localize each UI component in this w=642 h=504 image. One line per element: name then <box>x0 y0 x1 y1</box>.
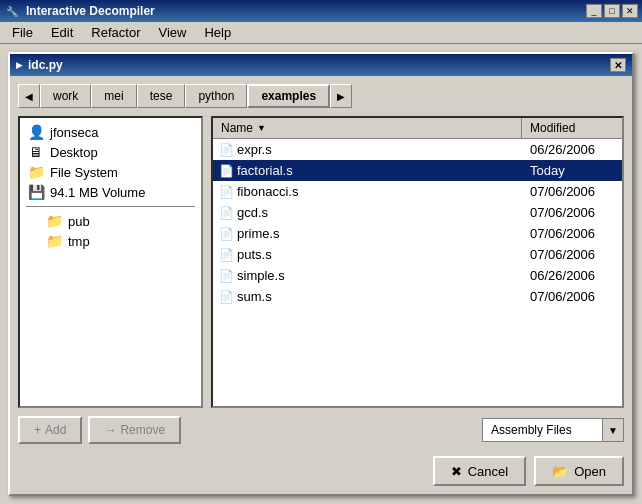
nav-tabs-area: ◀ work mei tese python examples ▶ <box>18 84 624 108</box>
cancel-button[interactable]: ✖ Cancel <box>433 456 526 486</box>
dialog-title-bar: ▸ idc.py ✕ <box>10 54 632 76</box>
window-title: Interactive Decompiler <box>26 4 155 18</box>
file-row[interactable]: 📄puts.s07/06/2006 <box>213 244 622 265</box>
file-row[interactable]: 📄factorial.sToday <box>213 160 622 181</box>
file-modified-cell: 07/06/2006 <box>522 288 622 305</box>
left-item-label: File System <box>50 165 118 180</box>
left-item-tmp[interactable]: 📁 tmp <box>22 231 199 251</box>
file-name-cell: 📄sum.s <box>213 288 522 305</box>
menu-refactor[interactable]: Refactor <box>83 23 148 42</box>
menu-edit[interactable]: Edit <box>43 23 81 42</box>
file-row[interactable]: 📄sum.s07/06/2006 <box>213 286 622 307</box>
left-item-label: Desktop <box>50 145 98 160</box>
left-item-volume[interactable]: 💾 94.1 MB Volume <box>22 182 199 202</box>
user-icon: 👤 <box>28 124 44 140</box>
nav-tab-tese[interactable]: tese <box>137 84 186 108</box>
file-icon: 📄 <box>219 248 233 262</box>
remove-button[interactable]: → Remove <box>88 416 181 444</box>
file-icon: 📄 <box>219 185 233 199</box>
dialog: ▸ idc.py ✕ ◀ work mei tese python exampl… <box>8 52 634 496</box>
menu-bar: File Edit Refactor View Help <box>0 22 642 44</box>
desktop-icon: 🖥 <box>28 144 44 160</box>
remove-label: Remove <box>120 423 165 437</box>
dialog-title-label: idc.py <box>28 58 63 72</box>
file-modified-cell: 07/06/2006 <box>522 225 622 242</box>
bottom-bar: + Add → Remove Assembly Files ▼ <box>18 416 624 444</box>
dialog-icon: ▸ <box>16 58 22 72</box>
file-name-cell: 📄prime.s <box>213 225 522 242</box>
file-icon: 📄 <box>219 164 233 178</box>
file-name-label: gcd.s <box>237 205 268 220</box>
filetype-field: Assembly Files <box>482 418 602 442</box>
file-modified-cell: 07/06/2006 <box>522 204 622 221</box>
open-button[interactable]: 📂 Open <box>534 456 624 486</box>
file-icon: 📄 <box>219 206 233 220</box>
menu-view[interactable]: View <box>151 23 195 42</box>
left-item-label: jfonseca <box>50 125 98 140</box>
folder-tmp-icon: 📁 <box>46 233 62 249</box>
file-modified-cell: 07/06/2006 <box>522 246 622 263</box>
file-modified-cell: 06/26/2006 <box>522 141 622 158</box>
menu-file[interactable]: File <box>4 23 41 42</box>
file-modified-cell: 06/26/2006 <box>522 267 622 284</box>
file-icon: 📄 <box>219 290 233 304</box>
add-button[interactable]: + Add <box>18 416 82 444</box>
file-row[interactable]: 📄fibonacci.s07/06/2006 <box>213 181 622 202</box>
maximize-button[interactable]: □ <box>604 4 620 18</box>
file-row[interactable]: 📄expr.s06/26/2006 <box>213 139 622 160</box>
file-row[interactable]: 📄simple.s06/26/2006 <box>213 265 622 286</box>
add-label: Add <box>45 423 66 437</box>
file-name-cell: 📄factorial.s <box>213 162 522 179</box>
filetype-dropdown-button[interactable]: ▼ <box>602 418 624 442</box>
filetype-select: Assembly Files ▼ <box>482 418 624 442</box>
sort-arrow-icon: ▼ <box>257 123 266 133</box>
file-name-cell: 📄fibonacci.s <box>213 183 522 200</box>
title-bar: 🔧 Interactive Decompiler _ □ ✕ <box>0 0 642 22</box>
main-area: ▸ idc.py ✕ ◀ work mei tese python exampl… <box>0 44 642 504</box>
file-name-label: puts.s <box>237 247 272 262</box>
right-panel: Name ▼ Modified 📄expr.s06/26/2006📄factor… <box>211 116 624 408</box>
nav-left-arrow[interactable]: ◀ <box>18 84 40 108</box>
file-icon: 📄 <box>219 143 233 157</box>
col-name-header[interactable]: Name ▼ <box>213 118 522 138</box>
left-item-pub[interactable]: 📁 pub <box>22 211 199 231</box>
cancel-icon: ✖ <box>451 464 462 479</box>
left-item-filesystem[interactable]: 📁 File System <box>22 162 199 182</box>
left-item-desktop[interactable]: 🖥 Desktop <box>22 142 199 162</box>
file-list-body: 📄expr.s06/26/2006📄factorial.sToday📄fibon… <box>213 139 622 406</box>
col-name-label: Name <box>221 121 253 135</box>
nav-tab-mei[interactable]: mei <box>91 84 136 108</box>
file-name-label: simple.s <box>237 268 285 283</box>
left-item-label: tmp <box>68 234 90 249</box>
left-item-jfonseca[interactable]: 👤 jfonseca <box>22 122 199 142</box>
open-label: Open <box>574 464 606 479</box>
file-name-label: expr.s <box>237 142 272 157</box>
dialog-close-button[interactable]: ✕ <box>610 58 626 72</box>
file-row[interactable]: 📄prime.s07/06/2006 <box>213 223 622 244</box>
add-icon: + <box>34 423 41 437</box>
minimize-button[interactable]: _ <box>586 4 602 18</box>
folder-icon: 📁 <box>28 164 44 180</box>
folder-pub-icon: 📁 <box>46 213 62 229</box>
nav-tab-examples[interactable]: examples <box>247 84 330 108</box>
nav-tab-python[interactable]: python <box>185 84 247 108</box>
file-name-label: factorial.s <box>237 163 293 178</box>
file-name-cell: 📄simple.s <box>213 267 522 284</box>
file-row[interactable]: 📄gcd.s07/06/2006 <box>213 202 622 223</box>
file-list-header: Name ▼ Modified <box>213 118 622 139</box>
file-name-label: fibonacci.s <box>237 184 298 199</box>
nav-right-arrow[interactable]: ▶ <box>330 84 352 108</box>
remove-icon: → <box>104 423 116 437</box>
file-name-cell: 📄gcd.s <box>213 204 522 221</box>
cancel-label: Cancel <box>468 464 508 479</box>
nav-tab-work[interactable]: work <box>40 84 91 108</box>
file-name-label: prime.s <box>237 226 280 241</box>
col-modified-header[interactable]: Modified <box>522 118 622 138</box>
menu-help[interactable]: Help <box>196 23 239 42</box>
open-icon: 📂 <box>552 464 568 479</box>
filetype-label: Assembly Files <box>491 423 572 437</box>
file-modified-cell: 07/06/2006 <box>522 183 622 200</box>
divider <box>26 206 195 207</box>
drive-icon: 💾 <box>28 184 44 200</box>
close-window-button[interactable]: ✕ <box>622 4 638 18</box>
